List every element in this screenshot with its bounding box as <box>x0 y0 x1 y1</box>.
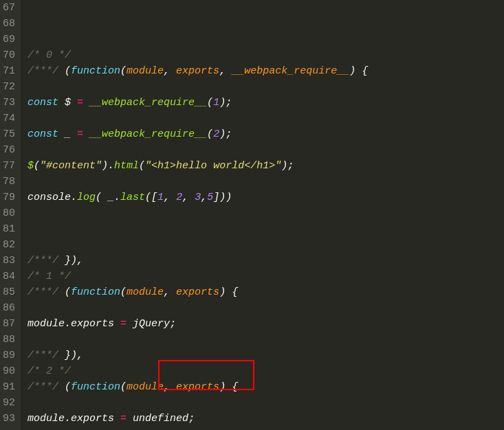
token-id: undefined <box>133 413 188 425</box>
line-number: 88 <box>3 332 15 348</box>
line-number: 83 <box>3 253 15 269</box>
token-pn: ( <box>34 160 40 172</box>
token-pr: exports <box>176 381 219 393</box>
token-pn <box>83 97 89 109</box>
code-line[interactable]: /***/ (function(module, exports) { <box>28 379 504 395</box>
token-kw: const <box>28 97 58 109</box>
token-cm: /* 0 */ <box>28 49 71 61</box>
token-pn: ( <box>120 381 127 393</box>
code-line[interactable]: /***/ (function(module, exports, __webpa… <box>28 63 504 79</box>
code-line[interactable] <box>28 79 504 95</box>
token-cm: /***/ <box>28 350 58 361</box>
code-line[interactable] <box>28 111 504 126</box>
line-number: 67 <box>3 0 15 16</box>
token-pn <box>127 413 133 425</box>
token-id: exports <box>71 318 114 330</box>
line-number: 80 <box>3 205 15 221</box>
line-number: 70 <box>3 47 15 63</box>
token-pn: ( <box>58 286 71 298</box>
token-pn: ( <box>207 128 213 140</box>
token-pn: ([ <box>145 192 157 203</box>
token-pn: , <box>164 65 176 77</box>
token-pn: ; <box>188 413 195 425</box>
code-line[interactable]: /***/ }), <box>28 253 504 269</box>
token-pr: module <box>127 381 164 393</box>
code-line[interactable] <box>28 205 504 221</box>
code-line[interactable]: /***/ (function(module, exports) { <box>28 284 504 300</box>
token-pn: , <box>164 381 176 393</box>
code-line[interactable] <box>28 221 504 237</box>
code-line[interactable]: console.log( _.last([1, 2, 3,5])) <box>28 190 504 205</box>
code-editor[interactable]: 6768697071727374757677787980818283848586… <box>0 0 504 430</box>
code-line[interactable] <box>28 395 504 411</box>
token-fn: $ <box>28 160 34 172</box>
code-line[interactable]: /* 2 */ <box>28 363 504 379</box>
line-number: 91 <box>3 379 15 395</box>
token-pn: . <box>65 413 71 425</box>
token-pn <box>114 318 120 330</box>
token-fn: html <box>114 160 139 172</box>
token-pn: ( <box>120 65 127 77</box>
token-pr: __webpack_require__ <box>232 65 349 77</box>
line-number: 75 <box>3 126 15 142</box>
line-number: 74 <box>3 111 15 126</box>
token-kw: function <box>71 65 120 77</box>
token-id: module <box>28 413 65 425</box>
line-number: 89 <box>3 348 15 363</box>
code-area[interactable]: /* 0 *//***/ (function(module, exports, … <box>21 0 504 430</box>
code-line[interactable]: /* 0 */ <box>28 47 504 63</box>
code-line[interactable]: module.exports = jQuery; <box>28 316 504 332</box>
token-pn: , <box>182 192 195 203</box>
code-line[interactable] <box>28 174 504 190</box>
token-st: "<h1>hello world</h1>" <box>145 160 281 172</box>
token-cm: /***/ <box>28 255 58 267</box>
line-number: 82 <box>3 237 15 253</box>
token-nm: 3 <box>195 192 201 203</box>
token-nm: 5 <box>207 192 213 203</box>
token-nm: 1 <box>213 97 219 109</box>
code-line[interactable]: /***/ }), <box>28 348 504 363</box>
line-number: 92 <box>3 395 15 411</box>
code-line[interactable] <box>28 300 504 316</box>
token-pn: ) { <box>219 286 238 298</box>
code-line[interactable] <box>28 427 504 430</box>
token-pn: ); <box>281 160 294 172</box>
code-line[interactable] <box>28 332 504 348</box>
line-number: 73 <box>3 95 15 111</box>
code-line[interactable]: $("#content").html("<h1>hello world</h1>… <box>28 158 504 174</box>
token-kw: function <box>71 381 120 393</box>
code-line[interactable] <box>28 237 504 253</box>
code-line[interactable]: /* 1 */ <box>28 269 504 284</box>
line-number: 85 <box>3 284 15 300</box>
token-fn: __webpack_require__ <box>89 97 207 109</box>
code-line[interactable]: const $ = __webpack_require__(1); <box>28 95 504 111</box>
token-cm: /***/ <box>28 65 58 77</box>
code-line[interactable] <box>28 142 504 158</box>
line-number: 87 <box>3 316 15 332</box>
token-pn: ( <box>207 97 213 109</box>
token-pn: ( <box>120 286 127 298</box>
token-nm: 2 <box>213 128 219 140</box>
line-number: 69 <box>3 32 15 47</box>
token-id: console <box>28 192 71 203</box>
token-pn: ) { <box>219 381 238 393</box>
token-cm: /* 1 */ <box>28 271 71 282</box>
token-pn: . <box>65 318 71 330</box>
token-pn: . <box>71 192 77 203</box>
token-pn: , <box>219 65 232 77</box>
token-pn: ( <box>58 65 71 77</box>
token-pn: $ <box>58 97 77 109</box>
line-number: 81 <box>3 221 15 237</box>
token-fn: log <box>77 192 96 203</box>
token-fn: last <box>120 192 145 203</box>
token-cm: /***/ <box>28 381 58 393</box>
token-pn: }), <box>58 350 83 361</box>
token-kw: function <box>71 286 120 298</box>
token-cm: /***/ <box>28 286 58 298</box>
token-kw: const <box>28 128 58 140</box>
code-line[interactable]: const _ = __webpack_require__(2); <box>28 126 504 142</box>
token-pn: ( <box>58 381 71 393</box>
token-pn: , <box>164 286 176 298</box>
code-line[interactable]: module.exports = undefined; <box>28 411 504 427</box>
token-pn: ( _. <box>96 192 120 203</box>
